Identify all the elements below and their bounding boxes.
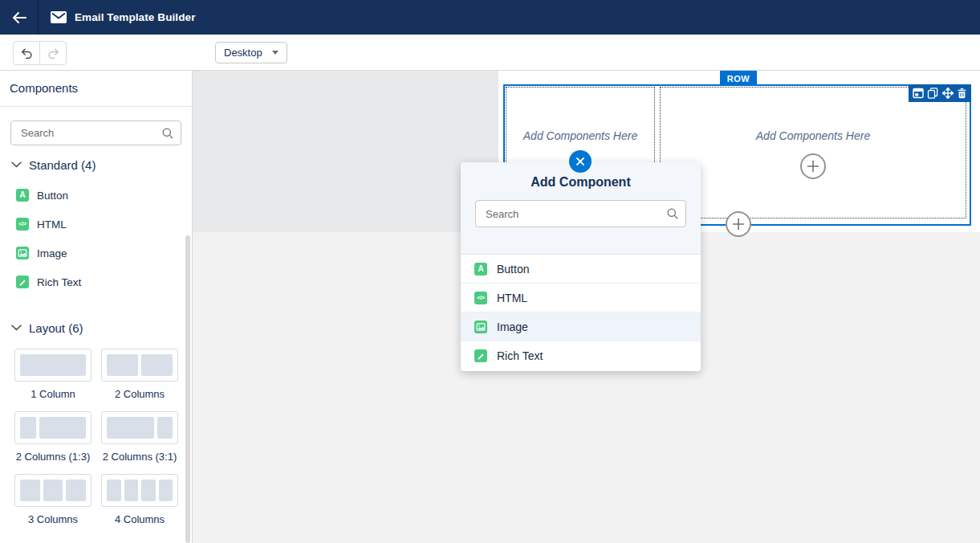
popup-item-label: Button: [497, 263, 529, 276]
layout-option-3-columns[interactable]: 3 Columns: [14, 474, 91, 525]
move-row-icon[interactable]: [942, 88, 954, 99]
layout-option-2-columns-1-3[interactable]: 2 Columns (1:3): [14, 411, 91, 463]
component-item-label: Rich Text: [37, 276, 81, 288]
chevron-down-icon: [11, 325, 22, 331]
undo-button[interactable]: [13, 41, 40, 65]
component-item-label: Button: [37, 190, 68, 202]
column-placeholder-text: Add Components Here: [523, 129, 637, 142]
image-component-icon: [16, 247, 29, 259]
row-column-2[interactable]: Add Components Here: [660, 87, 966, 218]
popup-item-html[interactable]: </> HTML: [461, 284, 701, 312]
layout-thumbnail: [14, 474, 91, 507]
html-component-icon: </>: [16, 218, 29, 231]
search-icon: [666, 207, 679, 220]
components-panel-title: Components: [0, 71, 192, 107]
redo-button[interactable]: [39, 41, 67, 65]
layout-option-2-columns-3-1[interactable]: 2 Columns (3:1): [101, 411, 178, 463]
email-template-builder-app: Email Template Builder Desktop Component…: [0, 0, 980, 543]
sidebar-scrollbar[interactable]: [185, 235, 190, 543]
layout-thumbnail: [101, 411, 178, 444]
add-component-button[interactable]: [800, 153, 826, 179]
popup-item-button[interactable]: A Button: [461, 255, 701, 284]
popup-component-list: A Button </> HTML Image Rich Text: [461, 255, 701, 370]
layout-thumbnail: [14, 411, 91, 444]
row-action-toolbar: [909, 84, 971, 102]
add-component-popup: Add Component A Button </> HTML Im: [461, 162, 701, 371]
popup-item-label: HTML: [497, 292, 527, 304]
redo-icon: [47, 47, 60, 60]
delete-row-icon[interactable]: [957, 88, 967, 99]
app-header: Email Template Builder: [0, 0, 980, 35]
popup-item-label: Rich Text: [497, 349, 543, 362]
popup-header: Add Component: [461, 162, 701, 255]
layout-option-label: 2 Columns (1:3): [14, 451, 91, 463]
chevron-down-icon: [11, 161, 22, 168]
layout-option-label: 4 Columns: [101, 513, 178, 525]
popup-close-button[interactable]: [569, 150, 592, 173]
popup-item-label: Image: [497, 320, 528, 333]
popup-item-rich-text[interactable]: Rich Text: [461, 341, 701, 370]
undo-redo-group: [13, 41, 67, 65]
layout-option-4-columns[interactable]: 4 Columns: [101, 474, 178, 525]
popup-search-input[interactable]: [475, 200, 686, 227]
component-item-label: HTML: [37, 218, 67, 231]
canvas-margin-area: [193, 71, 498, 232]
button-component-icon: A: [16, 189, 29, 202]
page-title: Email Template Builder: [75, 11, 196, 23]
component-item-rich-text[interactable]: Rich Text: [0, 267, 192, 296]
html-component-icon: </>: [474, 292, 487, 304]
back-arrow-icon: [11, 11, 27, 24]
close-icon: [575, 157, 585, 166]
rich-text-component-icon: [474, 349, 487, 362]
components-search: [10, 120, 181, 145]
clone-row-icon[interactable]: [927, 88, 938, 99]
device-selector-dropdown[interactable]: Desktop: [215, 42, 287, 63]
rich-text-component-icon: [16, 276, 29, 288]
layout-thumbnail: [101, 474, 178, 507]
section-standard-label: Standard (4): [29, 158, 96, 172]
section-layout[interactable]: Layout (6): [11, 320, 192, 336]
plus-icon: [807, 160, 819, 173]
builder-toolbar: Desktop: [0, 35, 980, 71]
section-layout-label: Layout (6): [29, 321, 83, 335]
components-search-input[interactable]: [10, 120, 181, 145]
component-item-label: Image: [37, 247, 67, 259]
section-standard[interactable]: Standard (4): [11, 157, 192, 173]
component-item-image[interactable]: Image: [0, 239, 192, 267]
layout-option-2-columns[interactable]: 2 Columns: [101, 349, 178, 400]
back-button[interactable]: [0, 0, 39, 35]
column-placeholder-text: Add Components Here: [756, 129, 870, 142]
undo-icon: [20, 47, 34, 60]
search-icon: [161, 127, 174, 140]
layout-option-label: 3 Columns: [14, 513, 91, 525]
image-component-icon: [474, 320, 487, 333]
layout-option-label: 2 Columns: [101, 388, 178, 400]
chevron-down-icon: [272, 51, 279, 55]
component-item-html[interactable]: </> HTML: [0, 210, 192, 239]
email-icon: [51, 11, 67, 23]
layout-thumbnail: [14, 349, 91, 382]
standard-components-list: A Button </> HTML Image Rich Text: [0, 181, 192, 296]
layout-option-label: 1 Column: [14, 388, 91, 400]
add-row-button[interactable]: [726, 211, 751, 237]
popup-item-image[interactable]: Image: [461, 312, 701, 341]
row-settings-icon[interactable]: [913, 88, 924, 99]
plus-icon: [732, 218, 745, 231]
components-panel: Components Standard (4) A Button </> HTM…: [0, 71, 193, 543]
component-item-button[interactable]: A Button: [0, 181, 192, 210]
row-selection-tab[interactable]: Row: [720, 71, 757, 84]
device-selector-value: Desktop: [224, 47, 262, 59]
layout-thumbnail: [101, 349, 178, 382]
layout-option-label: 2 Columns (3:1): [101, 451, 178, 463]
layout-options-grid: 1 Column 2 Columns 2 Columns (1:3) 2 Col…: [14, 349, 192, 525]
layout-option-1-column[interactable]: 1 Column: [14, 349, 91, 400]
button-component-icon: A: [474, 263, 487, 276]
popup-search: [475, 200, 686, 227]
